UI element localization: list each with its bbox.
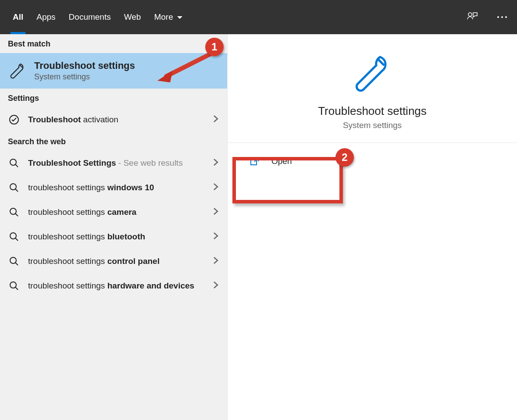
feedback-icon[interactable]	[464, 8, 481, 26]
open-action[interactable]: Open	[228, 143, 517, 180]
chevron-right-icon	[213, 256, 218, 266]
web-result-1[interactable]: troubleshoot settings windows 10	[0, 175, 227, 200]
web-result-label: troubleshoot settings control panel	[28, 256, 219, 266]
best-match-subtitle: System settings	[34, 72, 135, 82]
chevron-right-icon	[213, 183, 218, 192]
settings-result-label: Troubleshoot activation	[28, 115, 219, 125]
web-result-label: Troubleshoot Settings - See web results	[28, 158, 219, 168]
svg-point-2	[501, 16, 503, 18]
search-icon	[8, 280, 20, 292]
tab-web[interactable]: Web	[118, 0, 148, 34]
web-result-label: troubleshoot settings hardware and devic…	[28, 281, 219, 291]
svg-point-10	[10, 282, 16, 288]
web-result-label: troubleshoot settings bluetooth	[28, 232, 219, 242]
web-result-label: troubleshoot settings windows 10	[28, 183, 219, 192]
more-options-icon[interactable]	[493, 8, 511, 26]
web-result-4[interactable]: troubleshoot settings control panel	[0, 249, 227, 274]
best-match-title: Troubleshoot settings	[34, 60, 135, 71]
settings-result-troubleshoot-activation[interactable]: Troubleshoot activation	[0, 107, 227, 132]
chevron-right-icon	[213, 207, 218, 217]
svg-point-0	[468, 13, 472, 16]
tab-all[interactable]: All	[6, 0, 30, 34]
tab-apps[interactable]: Apps	[30, 0, 62, 34]
svg-point-7	[10, 208, 16, 214]
search-icon	[8, 182, 20, 194]
chevron-down-icon	[177, 12, 183, 22]
tab-web-label: Web	[124, 12, 141, 22]
search-icon	[8, 206, 20, 218]
best-match-header: Best match	[0, 34, 227, 53]
tab-documents[interactable]: Documents	[62, 0, 118, 34]
best-match-result[interactable]: Troubleshoot settings System settings	[0, 53, 227, 89]
tab-apps-label: Apps	[36, 12, 55, 22]
svg-point-3	[505, 16, 507, 18]
tab-documents-label: Documents	[69, 12, 111, 22]
search-icon	[8, 231, 20, 243]
preview-subtitle: System settings	[343, 121, 402, 130]
web-result-5[interactable]: troubleshoot settings hardware and devic…	[0, 274, 227, 298]
preview-title: Troubleshoot settings	[318, 104, 427, 118]
web-result-label: troubleshoot settings camera	[28, 207, 219, 217]
wrench-icon	[350, 52, 394, 96]
preview-pane: Troubleshoot settings System settings Op…	[228, 34, 517, 420]
wrench-icon	[8, 62, 26, 80]
open-icon	[249, 155, 261, 167]
chevron-right-icon	[213, 281, 218, 291]
open-label: Open	[271, 157, 292, 166]
web-result-3[interactable]: troubleshoot settings bluetooth	[0, 224, 227, 249]
tab-more[interactable]: More	[147, 0, 189, 34]
chevron-right-icon	[213, 158, 218, 168]
svg-point-6	[10, 184, 16, 190]
annotation-badge-1: 1	[205, 38, 224, 56]
chevron-right-icon	[213, 115, 218, 125]
svg-point-9	[10, 257, 16, 263]
web-result-0[interactable]: Troubleshoot Settings - See web results	[0, 151, 227, 175]
results-pane: Best match Troubleshoot settings System …	[0, 34, 228, 420]
chevron-right-icon	[213, 232, 218, 242]
settings-header: Settings	[0, 89, 227, 107]
web-result-2[interactable]: troubleshoot settings camera	[0, 200, 227, 224]
svg-point-1	[497, 16, 499, 18]
top-filter-bar: All Apps Documents Web More	[0, 0, 517, 34]
annotation-badge-2: 2	[335, 148, 354, 167]
svg-point-5	[10, 159, 16, 165]
search-icon	[8, 157, 20, 169]
svg-point-8	[10, 233, 16, 239]
checkmark-circle-icon	[8, 114, 20, 126]
tab-more-label: More	[154, 12, 173, 22]
preview-hero: Troubleshoot settings System settings	[228, 34, 517, 143]
search-icon	[8, 255, 20, 267]
search-web-header: Search the web	[0, 132, 227, 151]
tab-all-label: All	[13, 12, 23, 22]
